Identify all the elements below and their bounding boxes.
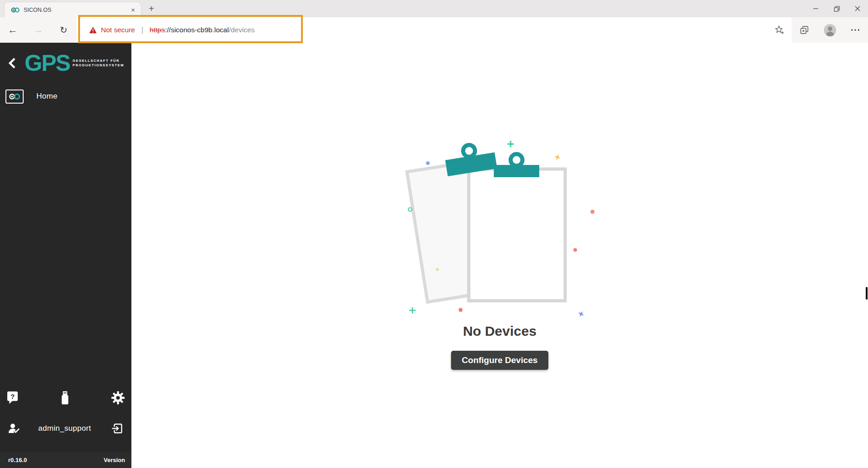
mouse-cursor <box>866 287 868 299</box>
browser-navbar: ← → ↻ Not secure | https://siconos-cb9b.… <box>0 17 868 43</box>
confetti-star <box>577 309 585 318</box>
url-scheme: https <box>150 26 165 34</box>
home-icon <box>5 90 24 104</box>
confetti-ring <box>408 208 412 211</box>
confetti-dot <box>426 161 430 165</box>
profile-avatar[interactable] <box>817 24 843 36</box>
user-check-icon <box>8 423 21 434</box>
version-label: Version <box>104 457 125 463</box>
collections-icon[interactable] <box>792 25 817 35</box>
tab-title: SICON.OS <box>24 7 125 13</box>
home-label: Home <box>36 92 58 101</box>
url-path: /devices <box>229 26 255 34</box>
menu-ellipsis-icon[interactable] <box>843 25 868 35</box>
sidebar-tools: ? <box>0 388 131 408</box>
sidebar-item-home[interactable]: Home <box>0 86 131 106</box>
usb-device-icon[interactable] <box>60 391 70 405</box>
settings-gear-icon[interactable] <box>111 391 125 405</box>
configure-devices-button[interactable]: Configure Devices <box>451 351 549 370</box>
back-button[interactable]: ← <box>0 17 25 43</box>
sidebar-header: GPS GESELLSCHAFT FÜR PRODUKTIONSSYSTEME <box>0 43 131 76</box>
browser-titlebar: SICON.OS × + <box>0 0 868 17</box>
url-text: https://siconos-cb9b.local/devices <box>150 26 255 34</box>
favorite-star-icon[interactable] <box>774 25 784 35</box>
app-sidebar: GPS GESELLSCHAFT FÜR PRODUKTIONSSYSTEME … <box>0 43 131 468</box>
address-bar[interactable]: Not secure | https://siconos-cb9b.local/… <box>76 17 792 43</box>
siconos-favicon <box>11 7 20 13</box>
url-host: ://siconos-cb9b.local <box>165 26 229 34</box>
forward-button: → <box>25 17 51 43</box>
window-controls <box>805 0 868 17</box>
main-content: No Devices Configure Devices <box>131 43 868 468</box>
confetti-dot <box>459 308 463 312</box>
logout-icon[interactable] <box>111 423 123 434</box>
new-tab-button[interactable]: + <box>145 0 158 17</box>
minimize-button[interactable] <box>805 0 826 17</box>
confetti-plus <box>507 141 514 147</box>
security-status: Not secure <box>101 26 135 34</box>
confetti-plus <box>409 307 416 314</box>
help-icon[interactable]: ? <box>6 391 19 404</box>
username: admin_support <box>38 424 91 433</box>
confetti-dot <box>591 210 595 214</box>
warning-icon <box>89 26 97 34</box>
confetti-dot <box>573 248 577 252</box>
address-separator: | <box>141 26 143 34</box>
tab-close-icon[interactable]: × <box>125 6 141 14</box>
version-value: r0.16.0 <box>8 457 27 463</box>
empty-state: No Devices Configure Devices <box>400 136 600 370</box>
confetti-star <box>553 153 562 161</box>
clipboards-illustration <box>400 136 600 318</box>
collapse-chevron-icon[interactable] <box>8 57 16 69</box>
empty-state-title: No Devices <box>463 324 537 339</box>
restore-button[interactable] <box>826 0 847 17</box>
version-bar: r0.16.0 Version <box>0 452 131 468</box>
close-window-button[interactable] <box>847 0 868 17</box>
gps-logo: GPS <box>25 52 70 74</box>
refresh-button[interactable]: ↻ <box>51 17 76 43</box>
navbar-right-icons <box>792 17 868 43</box>
user-row: admin_support <box>0 417 131 440</box>
browser-tab[interactable]: SICON.OS × <box>4 2 141 17</box>
gps-logo-caption: GESELLSCHAFT FÜR PRODUKTIONSSYSTEME <box>73 59 124 68</box>
svg-text:?: ? <box>10 393 15 400</box>
